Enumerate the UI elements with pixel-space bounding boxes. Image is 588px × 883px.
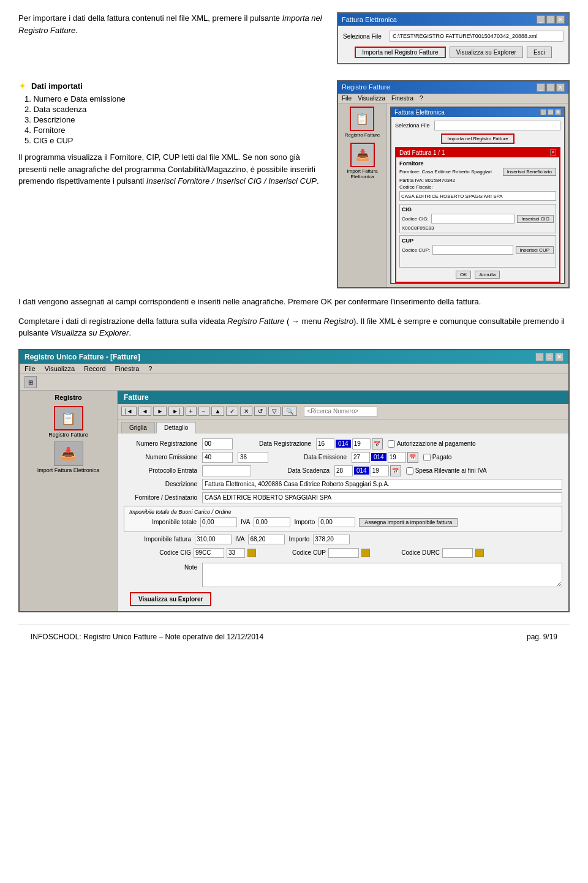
- codice-cig-ext-input[interactable]: [227, 548, 245, 558]
- visualizza-su-explorer-btn[interactable]: Visualizza su Explorer: [130, 592, 211, 606]
- inserisci-cup-btn[interactable]: Inserisci CUP: [516, 246, 554, 254]
- imponibile-fattura-row: Imponibile fattura IVA Importo: [124, 535, 562, 544]
- registro-menubar[interactable]: File Visualizza Finestra ?: [338, 94, 568, 103]
- assegna-btn[interactable]: Assegna importi a imponibile fattura: [359, 518, 458, 527]
- codice-cup-input[interactable]: [432, 245, 513, 255]
- maximize-registro[interactable]: □: [546, 83, 555, 92]
- nav-prev[interactable]: ◄: [138, 407, 152, 416]
- codice-durc-input[interactable]: [442, 548, 473, 558]
- menu-finestra-app[interactable]: Finestra: [115, 365, 140, 372]
- fatture-header: Fatture: [118, 391, 568, 404]
- codice-cig-input[interactable]: [431, 214, 515, 224]
- menu-visualizza[interactable]: Visualizza: [358, 95, 385, 102]
- file-path-input-top[interactable]: [390, 31, 564, 42]
- dati-close[interactable]: ✕: [550, 149, 556, 156]
- menu-record-app[interactable]: Record: [84, 365, 105, 372]
- importo-totale-input[interactable]: [318, 517, 355, 527]
- data-em-year[interactable]: [388, 452, 406, 463]
- inner-min[interactable]: _: [540, 109, 546, 115]
- data-registrazione-label: Data Registrazione: [238, 440, 311, 447]
- nav-first[interactable]: |◄: [121, 407, 137, 416]
- iva-totale-input[interactable]: [254, 517, 290, 527]
- tab-griglia[interactable]: Griglia: [121, 422, 155, 434]
- inner-importa-btn[interactable]: Importa nel Registro Fatture: [441, 133, 514, 144]
- sidebar-registro-fatture-icon[interactable]: 📋: [54, 406, 83, 430]
- import-fattura-icon[interactable]: 📥: [350, 143, 375, 167]
- top-section: Per importare i dati della fattura conte…: [18, 12, 570, 69]
- app-min-btn[interactable]: _: [535, 353, 544, 361]
- data-sc-day[interactable]: [334, 465, 353, 476]
- numero-emissione-ext-input[interactable]: [238, 452, 268, 463]
- descrizione-input[interactable]: [202, 479, 562, 490]
- pagato-checkbox[interactable]: [423, 454, 431, 461]
- data-reg-year[interactable]: [352, 438, 371, 449]
- app-menubar[interactable]: File Visualizza Record Finestra ?: [20, 364, 568, 374]
- importa-btn-top[interactable]: Importa nel Registro Fatture: [355, 47, 446, 58]
- menu-file-app[interactable]: File: [24, 365, 36, 372]
- minimize-btn-top[interactable]: _: [537, 15, 545, 24]
- codice-cup-input[interactable]: [328, 548, 359, 558]
- nav-refresh[interactable]: ↺: [254, 407, 266, 416]
- data-sc-cal-btn[interactable]: 📅: [390, 465, 401, 476]
- autorizzazione-checkbox[interactable]: [388, 440, 395, 448]
- data-reg-day[interactable]: [316, 438, 334, 449]
- data-sc-year[interactable]: [371, 465, 389, 476]
- nav-search-btn[interactable]: 🔍: [282, 407, 297, 416]
- note-textarea[interactable]: [202, 563, 562, 587]
- codice-cig-input[interactable]: [194, 548, 224, 558]
- numero-registrazione-input[interactable]: [202, 438, 233, 449]
- data-em-cal-btn[interactable]: 📅: [407, 452, 418, 463]
- close-registro[interactable]: ✕: [556, 83, 565, 92]
- nav-filter[interactable]: ▽: [268, 407, 281, 416]
- nav-up[interactable]: ▲: [211, 407, 225, 416]
- menu-help[interactable]: ?: [420, 95, 423, 102]
- nav-x[interactable]: ✕: [240, 407, 252, 416]
- close-btn-top[interactable]: ✕: [556, 15, 565, 24]
- dati-ok-btn[interactable]: OK: [456, 271, 472, 279]
- fornitore-destinatario-input[interactable]: [202, 492, 562, 503]
- protocollo-input[interactable]: [202, 465, 251, 476]
- sidebar-import-fattura-icon[interactable]: 📥: [54, 441, 83, 466]
- visualizza-btn-top[interactable]: Visualizza su Explorer: [450, 47, 523, 58]
- esci-btn-top[interactable]: Esci: [527, 47, 552, 58]
- menu-visualizza-app[interactable]: Visualizza: [45, 365, 75, 372]
- menu-help-app[interactable]: ?: [148, 365, 152, 372]
- numero-emissione-input[interactable]: [202, 452, 233, 463]
- nav-bar: |◄ ◄ ► ►| + − ▲ ✓ ✕ ↺ ▽ 🔍: [118, 404, 568, 419]
- spesa-rilevante-checkbox[interactable]: [406, 467, 413, 475]
- menu-finestra[interactable]: Finestra: [391, 95, 413, 102]
- dati-body: Fornitore Fornitore: Casa Editrice Rober…: [396, 157, 559, 282]
- app-close-btn[interactable]: ✕: [555, 353, 564, 361]
- app-max-btn[interactable]: □: [545, 353, 554, 361]
- nav-del[interactable]: −: [198, 407, 209, 416]
- nav-next[interactable]: ►: [153, 407, 167, 416]
- nav-check[interactable]: ✓: [226, 407, 238, 416]
- imponibile-fattura-input[interactable]: [195, 535, 232, 544]
- toolbar-btn-1[interactable]: ⊞: [24, 376, 37, 388]
- minimize-registro[interactable]: _: [537, 83, 545, 92]
- search-input[interactable]: [304, 406, 377, 417]
- inner-close[interactable]: ✕: [555, 109, 561, 115]
- imponibile-totale-label: Imponibile totale: [129, 519, 197, 525]
- ins-beneficiario-btn[interactable]: Inserisci Beneficiario: [503, 168, 556, 176]
- codice-cig-icon[interactable]: [247, 549, 256, 557]
- inserisci-cig-btn[interactable]: Inserisci CIG: [517, 215, 554, 223]
- registro-fatture-icon[interactable]: 📋: [350, 107, 374, 131]
- numero-emissione-label: Numero Emissione: [124, 454, 197, 460]
- importo-fattura-input[interactable]: [313, 535, 350, 544]
- data-reg-cal-btn[interactable]: 📅: [372, 438, 383, 449]
- imponibile-totale-input[interactable]: [200, 517, 237, 527]
- tab-dettaglio[interactable]: Dettaglio: [156, 422, 196, 434]
- data-em-day[interactable]: [352, 452, 370, 463]
- visualizza-btn-wrapper: Visualizza su Explorer: [124, 592, 562, 606]
- iva-fattura-input[interactable]: [248, 535, 285, 544]
- inner-file-path[interactable]: [434, 121, 560, 130]
- menu-file[interactable]: File: [342, 95, 352, 102]
- codice-durc-icon[interactable]: [475, 549, 484, 557]
- codice-cup-icon[interactable]: [361, 549, 370, 557]
- nav-add[interactable]: +: [186, 407, 197, 416]
- dati-annulla-btn[interactable]: Annulla: [475, 271, 500, 279]
- nav-last[interactable]: ►|: [168, 407, 184, 416]
- maximize-btn-top[interactable]: □: [546, 15, 555, 24]
- inner-max[interactable]: □: [548, 109, 554, 115]
